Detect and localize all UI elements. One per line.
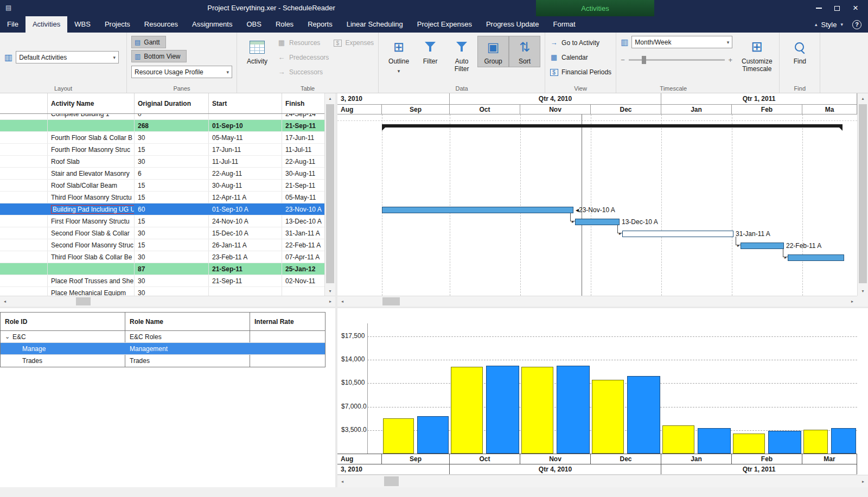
menu-tab-format[interactable]: Format	[546, 16, 582, 33]
menu-tab-resources[interactable]: Resources	[137, 16, 185, 33]
find-button[interactable]: Find	[784, 36, 815, 67]
activity-row[interactable]: Third Floor Slab & Collar Be3023-Feb-11 …	[0, 251, 324, 263]
activity-row[interactable]: Roof Slab3011-Jul-1122-Aug-11	[0, 156, 324, 168]
activity-column-header-finish[interactable]: Finish	[282, 93, 324, 113]
resources-button[interactable]: ▦ Resources	[277, 36, 329, 49]
activity-table-button[interactable]: Activity	[241, 36, 273, 67]
timescale-zoom-slider[interactable]	[629, 59, 725, 61]
minimize-button[interactable]	[809, 0, 828, 16]
scroll-left-icon[interactable]: ◂	[0, 296, 10, 307]
menu-tab-linear-scheduling[interactable]: Linear Scheduling	[340, 16, 410, 33]
usage-horizontal-scrollbar[interactable]: ◂ ▸	[337, 475, 868, 487]
menu-tab-reports[interactable]: Reports	[301, 16, 340, 33]
activity-row[interactable]: Fourth Floor Slab & Collar B3005-May-111…	[0, 132, 324, 144]
gantt-toggle-button[interactable]: ▤ Gantt	[131, 36, 166, 48]
menu-tab-projects[interactable]: Projects	[98, 16, 137, 33]
activity-vertical-scrollbar[interactable]: ▴ ▾	[324, 93, 335, 296]
activity-column-header-activity-name[interactable]: Activity Name	[48, 93, 135, 113]
calendar-button[interactable]: ▦ Calendar	[550, 50, 611, 64]
roles-row[interactable]: ⌄E&CE&C Roles	[1, 331, 325, 343]
menu-tab-assignments[interactable]: Assignments	[185, 16, 239, 33]
menu-tab-wbs[interactable]: WBS	[67, 16, 98, 33]
maximize-button[interactable]	[828, 0, 846, 16]
menu-tab-progress-update[interactable]: Progress Update	[479, 16, 546, 33]
gantt-task-bar[interactable]	[741, 243, 784, 249]
menu-tab-file[interactable]: File	[0, 16, 25, 33]
scroll-down-icon[interactable]: ▾	[325, 286, 335, 296]
gantt-vscroll-thumb[interactable]	[859, 104, 867, 283]
chevron-up-icon[interactable]: ▴	[815, 22, 818, 27]
activity-row[interactable]: 8721-Sep-1125-Jan-12	[0, 263, 324, 275]
menu-tab-obs[interactable]: OBS	[239, 16, 268, 33]
gantt-task-bar[interactable]	[622, 231, 733, 237]
activity-column-header-start[interactable]: Start	[209, 93, 282, 113]
activity-row[interactable]: Roof Slab/Collar Beam1530-Aug-1121-Sep-1…	[0, 180, 324, 192]
vertical-splitter[interactable]	[335, 93, 337, 487]
layout-dropdown[interactable]: Default Activities ▾	[16, 51, 119, 63]
menu-tab-project-expenses[interactable]: Project Expenses	[410, 16, 479, 33]
zoom-out-button[interactable]: −	[621, 56, 625, 64]
gantt-summary-bar[interactable]	[382, 124, 843, 128]
auto-filter-button[interactable]: Auto Filter	[446, 36, 477, 75]
scroll-right-icon[interactable]: ▸	[847, 296, 857, 307]
roles-column-header-role-id[interactable]: Role ID	[1, 313, 125, 330]
successors-button[interactable]: → Successors	[277, 65, 329, 79]
scroll-left-icon[interactable]: ◂	[337, 475, 347, 487]
expenses-button[interactable]: $ Expenses	[333, 36, 374, 49]
activity-hscroll-thumb[interactable]	[76, 297, 91, 305]
predecessors-button[interactable]: ← Predecessors	[277, 50, 329, 64]
roles-column-header-internal-rate[interactable]: Internal Rate	[250, 313, 325, 330]
scroll-up-icon[interactable]: ▴	[858, 93, 868, 103]
activity-cell-finish: 02-Nov-11	[282, 275, 324, 286]
activity-horizontal-scrollbar[interactable]: ◂ ▸	[0, 296, 335, 307]
activity-row[interactable]: 26801-Sep-1021-Sep-11	[0, 120, 324, 132]
expander-icon[interactable]: ⌄	[5, 333, 12, 340]
gantt-hscroll-thumb[interactable]	[382, 297, 400, 305]
menu-tab-activities[interactable]: Activities	[25, 16, 67, 33]
gantt-task-bar[interactable]	[382, 207, 573, 213]
activity-row[interactable]: Third Floor Masonry Structu1512-Apr-11 A…	[0, 192, 324, 203]
scroll-down-icon[interactable]: ▾	[858, 286, 868, 296]
activity-row[interactable]: Place Roof Trusses and She3021-Sep-1102-…	[0, 275, 324, 287]
filter-button[interactable]: Filter	[414, 36, 446, 67]
scroll-up-icon[interactable]: ▴	[325, 93, 335, 103]
activity-row[interactable]: Second Floor Slab & Collar3015-Dec-10 A3…	[0, 227, 324, 239]
zoom-in-button[interactable]: +	[729, 56, 733, 64]
gantt-vertical-scrollbar[interactable]: ▴ ▾	[857, 93, 868, 296]
customize-timescale-button[interactable]: ⊞ Customize Timescale	[739, 36, 775, 75]
activity-row[interactable]: Second Floor Masonry Struc1526-Jan-11 A2…	[0, 239, 324, 251]
help-button[interactable]: ?	[852, 20, 861, 29]
scroll-left-icon[interactable]: ◂	[337, 296, 347, 307]
group-button[interactable]: ▣ Group	[477, 36, 509, 67]
roles-column-header-role-name[interactable]: Role Name	[125, 313, 250, 330]
activity-row[interactable]: Building Pad Including UG U6001-Sep-10 A…	[0, 203, 324, 215]
scroll-right-icon[interactable]: ▸	[326, 296, 335, 307]
activity-row[interactable]: Stair and Elevator Masonry622-Aug-1130-A…	[0, 168, 324, 180]
activity-row[interactable]: First Floor Masonry Structu1524-Nov-10 A…	[0, 215, 324, 227]
outline-button[interactable]: ⊞ Outline ▾	[383, 36, 414, 75]
chevron-down-icon[interactable]: ▾	[840, 22, 843, 27]
timescale-dropdown[interactable]: Month/Week ▾	[631, 36, 732, 48]
activity-row[interactable]: Complete Building 1024-Sep-14	[0, 114, 324, 120]
roles-row[interactable]: TradesTrades	[1, 355, 325, 367]
scroll-right-icon[interactable]: ▸	[858, 475, 868, 487]
roles-row[interactable]: ManageManagement	[1, 343, 325, 355]
usage-hscroll-thumb[interactable]	[384, 476, 399, 486]
activity-vscroll-thumb[interactable]	[326, 104, 334, 283]
close-button[interactable]: ×	[846, 0, 865, 16]
gantt-task-bar[interactable]	[575, 219, 620, 225]
gantt-horizontal-scrollbar[interactable]: ◂ ▸	[337, 296, 857, 307]
slider-handle[interactable]	[642, 56, 646, 64]
sort-button[interactable]: ⇅ Sort	[509, 36, 540, 67]
horizontal-splitter[interactable]	[0, 307, 868, 308]
bottom-view-toggle-button[interactable]: ▥ Bottom View	[131, 50, 187, 62]
go-to-activity-button[interactable]: → Go to Activity	[550, 36, 611, 49]
activity-column-header-original-duration[interactable]: Original Duration	[135, 93, 209, 113]
menu-tab-roles[interactable]: Roles	[269, 16, 301, 33]
financial-periods-button[interactable]: $ Financial Periods	[550, 65, 611, 79]
activity-row[interactable]: Place Mechanical Equipm30	[0, 287, 324, 296]
gantt-task-bar[interactable]	[788, 254, 844, 261]
style-button[interactable]: Style	[821, 21, 837, 29]
bottom-view-dropdown[interactable]: Resource Usage Profile ▾	[131, 66, 232, 78]
activity-row[interactable]: Fourth Floor Masonry Struc1517-Jun-1111-…	[0, 144, 324, 156]
